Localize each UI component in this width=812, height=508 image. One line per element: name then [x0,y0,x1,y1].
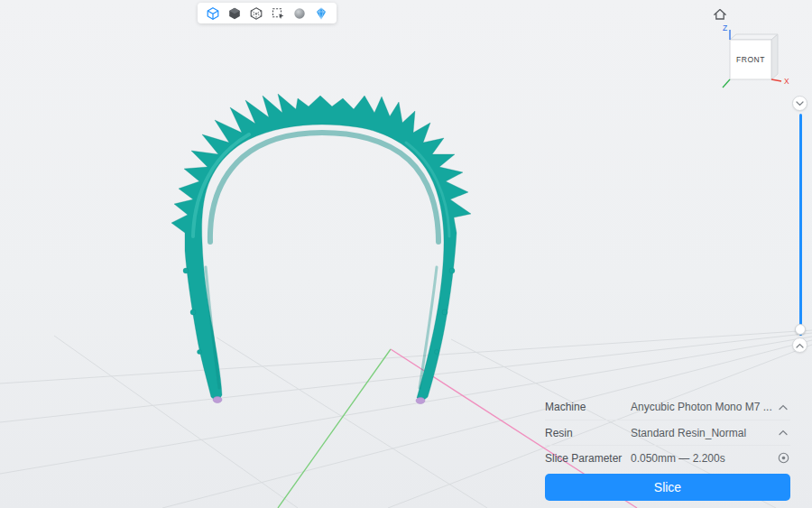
resin-value[interactable]: Standard Resin_Normal [631,427,776,439]
resin-row[interactable]: Resin Standard Resin_Normal [545,420,790,445]
chevron-up-icon [796,343,804,348]
solid-view-icon[interactable] [227,6,242,21]
slider-collapse-button[interactable] [792,96,807,111]
machine-row[interactable]: Machine Anycubic Photon Mono M7 ... [545,394,790,420]
view-toolbar [198,3,337,23]
region-select-icon[interactable] [271,6,285,21]
support-tip-right [416,398,425,404]
gizmo-z-label: Z [723,23,727,32]
parameter-settings-icon[interactable] [776,451,790,466]
slice-parameter-value[interactable]: 0.050mm — 2.200s [631,452,776,465]
transparent-view-icon[interactable] [249,6,263,21]
chevron-up-icon[interactable] [776,426,790,440]
gizmo-side-face[interactable] [771,34,778,79]
model-headband[interactable] [171,94,471,404]
slice-button[interactable]: Slice [545,474,790,501]
support-tip-left [213,397,222,403]
slider-expand-button[interactable] [792,337,807,353]
chevron-up-icon[interactable] [776,400,790,414]
gizmo-x-label: X [784,77,789,86]
machine-label: Machine [545,401,631,413]
resin-label: Resin [545,427,631,439]
sphere-view-icon[interactable] [292,6,307,21]
gizmo-top-face[interactable] [730,34,778,40]
gizmo-front-label[interactable]: FRONT [736,55,765,64]
home-view-icon[interactable] [712,6,728,23]
gizmo-x-axis [771,79,781,81]
chevron-down-icon [796,101,804,106]
slicer-app-window: FRONT Z X Machine Anycubic Photon Mono M… [0,0,812,508]
layer-slider-knob[interactable] [795,324,806,335]
model-leg-bumps [183,268,455,355]
print-settings-panel: Machine Anycubic Photon Mono M7 ... Resi… [545,394,790,501]
slice-parameter-row[interactable]: Slice Parameter 0.050mm — 2.200s [545,445,790,470]
machine-value[interactable]: Anycubic Photon Mono M7 ... [631,401,776,413]
axis-line-green [278,349,391,508]
model-preview-icon[interactable] [314,6,328,21]
layer-slider-track[interactable] [799,114,802,336]
view-gizmo[interactable]: FRONT Z X [718,22,798,97]
model-inner-shadow [210,133,438,242]
gizmo-y-axis [723,79,730,88]
slice-parameter-label: Slice Parameter [545,452,631,465]
perspective-view-icon[interactable] [206,6,220,21]
